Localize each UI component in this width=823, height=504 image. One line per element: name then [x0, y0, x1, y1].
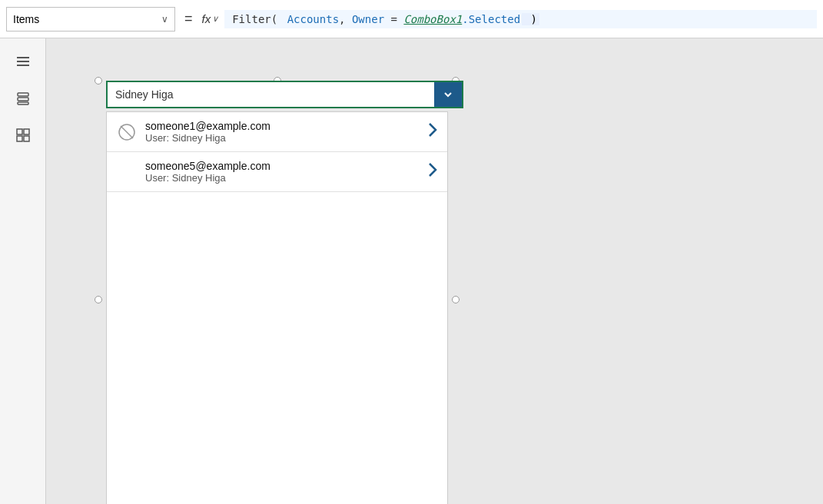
svg-rect-5 [18, 102, 28, 104]
gallery-list: someone1@example.com User: Sidney Higa s… [106, 111, 448, 504]
svg-rect-7 [24, 129, 29, 134]
formula-fx-button[interactable]: fx ∨ [202, 12, 219, 25]
combobox-value: Sidney Higa [108, 88, 434, 101]
formula-bar: Items ∨ = fx ∨ Filter( Accounts , Owner … [0, 0, 823, 38]
formula-content[interactable]: Filter( Accounts , Owner = ComboBox1 .Se… [224, 10, 817, 28]
handle-top-left[interactable] [95, 77, 102, 85]
svg-rect-9 [24, 136, 29, 141]
formula-param-owner: Owner [352, 13, 384, 25]
item-content-1: someone5@example.com User: Sidney Higa [116, 160, 427, 184]
components-icon[interactable] [12, 124, 34, 146]
fx-label: fx [202, 12, 211, 25]
layers-icon[interactable] [12, 88, 34, 109]
item-user-1: User: Sidney Higa [145, 172, 427, 184]
item-content-0: someone1@example.com User: Sidney Higa [145, 120, 427, 144]
fx-chevron: ∨ [212, 14, 218, 24]
canvas-area: Sidney Higa [46, 38, 823, 504]
gallery-item[interactable]: someone1@example.com User: Sidney Higa [107, 112, 447, 152]
gallery-empty-area [107, 192, 447, 423]
widget-selection: Sidney Higa [98, 81, 456, 504]
main-layout: Sidney Higa [0, 38, 823, 504]
item-icon-0 [116, 121, 138, 143]
formula-equals: = [181, 11, 196, 27]
formula-param-accounts: Accounts [280, 13, 339, 25]
sidebar [0, 38, 46, 504]
combobox[interactable]: Sidney Higa [106, 81, 463, 108]
item-email-1: someone5@example.com [145, 160, 427, 172]
svg-line-11 [121, 126, 133, 138]
formula-comma: , [339, 13, 352, 25]
svg-rect-8 [17, 136, 22, 141]
svg-rect-4 [18, 98, 28, 101]
item-chevron-0[interactable] [427, 121, 438, 143]
formula-close-bracket: ) [522, 13, 539, 25]
item-email-0: someone1@example.com [145, 120, 427, 132]
svg-rect-6 [17, 129, 22, 134]
gallery-item[interactable]: someone5@example.com User: Sidney Higa [107, 152, 447, 192]
formula-eq: = [384, 13, 403, 25]
svg-rect-3 [18, 93, 28, 96]
item-user-0: User: Sidney Higa [145, 132, 427, 144]
handle-mid-right[interactable] [452, 296, 460, 303]
handle-mid-left[interactable] [95, 296, 102, 303]
formula-name-text: Items [13, 13, 155, 25]
item-chevron-1[interactable] [427, 161, 438, 183]
formula-highlight-combobox: ComboBox1 [403, 13, 462, 25]
formula-selected: .Selected [462, 13, 520, 25]
formula-keyword: Filter( [232, 13, 277, 25]
menu-icon[interactable] [12, 51, 34, 72]
formula-name-box[interactable]: Items ∨ [6, 7, 175, 32]
formula-name-chevron: ∨ [161, 14, 168, 25]
combobox-dropdown-button[interactable] [434, 82, 462, 107]
